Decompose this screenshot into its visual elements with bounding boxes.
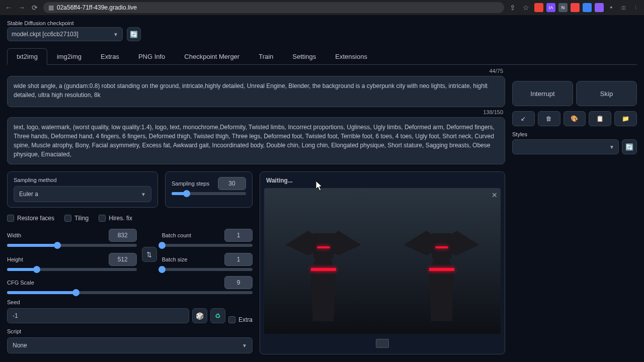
sampling-method-panel: Sampling method Euler a ▼: [7, 171, 158, 208]
sampling-method-label: Sampling method: [14, 177, 151, 183]
generated-image-robot: [278, 201, 369, 321]
neg-prompt-token-count: 138/150: [483, 109, 503, 115]
output-panel: Waiting... ✕: [260, 171, 505, 354]
thumbnail[interactable]: [376, 339, 389, 348]
seed-random-button[interactable]: 🎲: [192, 308, 207, 323]
extension-icons: IA N ✦ ◫ ⋮: [534, 3, 640, 12]
close-icon[interactable]: ✕: [492, 191, 498, 199]
panel-icon[interactable]: ◫: [619, 3, 628, 12]
width-label: Width: [7, 232, 21, 238]
prompt-token-count: 44/75: [489, 68, 503, 74]
trash-icon-button[interactable]: 🗑: [538, 111, 560, 126]
tab-extensions[interactable]: Extensions: [326, 48, 377, 64]
styles-select[interactable]: ▼: [512, 139, 619, 154]
ext-icon[interactable]: [571, 3, 580, 12]
url-bar[interactable]: ▦ 02a56ff4-71ff-439e.gradio.live: [43, 2, 504, 13]
reload-button[interactable]: ⟳: [30, 3, 39, 12]
sampling-steps-label: Sampling steps: [172, 180, 209, 187]
restore-faces-checkbox[interactable]: Restore faces: [7, 215, 54, 222]
batch-count-slider[interactable]: [162, 244, 253, 247]
tab-checkpoint-merger[interactable]: Checkpoint Merger: [175, 48, 249, 64]
tabs: txt2img img2img Extras PNG Info Checkpoi…: [7, 48, 637, 65]
height-slider[interactable]: [7, 268, 137, 271]
interrupt-button[interactable]: Interrupt: [512, 81, 573, 106]
width-slider[interactable]: [7, 244, 137, 247]
tab-extras[interactable]: Extras: [91, 48, 129, 64]
sampling-steps-input[interactable]: 30: [218, 177, 246, 190]
chevron-down-icon: ▼: [141, 192, 146, 197]
height-label: Height: [7, 256, 23, 262]
ext-icon[interactable]: N: [558, 3, 568, 12]
browser-chrome: ← → ⟳ ▦ 02a56ff4-71ff-439e.gradio.live ⇪…: [0, 0, 644, 15]
swap-dimensions-button[interactable]: ⇅: [142, 247, 157, 262]
menu-icon[interactable]: ⋮: [631, 3, 640, 12]
bookmark-icon[interactable]: ☆: [521, 3, 530, 12]
tiling-checkbox[interactable]: Tiling: [64, 215, 89, 222]
refresh-checkpoint-button[interactable]: 🔄: [127, 27, 141, 41]
batch-count-label: Batch count: [162, 232, 191, 238]
tab-train[interactable]: Train: [249, 48, 283, 64]
batch-size-label: Batch size: [162, 256, 188, 262]
back-button[interactable]: ←: [4, 3, 13, 12]
apply-style-button[interactable]: 🔄: [622, 139, 637, 154]
output-image[interactable]: ✕: [264, 188, 501, 334]
styles-label: Styles: [512, 131, 619, 137]
skip-button[interactable]: Skip: [576, 81, 637, 106]
ext-icon[interactable]: IA: [546, 3, 555, 12]
checkpoint-select[interactable]: model.ckpt [cc6cb27103] ▼: [7, 27, 123, 41]
folder-icon-button[interactable]: 📁: [614, 111, 637, 126]
ext-icon[interactable]: [583, 3, 592, 12]
generated-image-robot: [396, 201, 487, 321]
batch-size-input[interactable]: 1: [224, 253, 253, 266]
tab-img2img[interactable]: img2img: [47, 48, 91, 64]
seed-input[interactable]: -1: [7, 308, 189, 323]
batch-size-slider[interactable]: [162, 268, 253, 271]
chevron-down-icon: ▼: [242, 343, 247, 348]
forward-button[interactable]: →: [17, 3, 26, 12]
ext-icon[interactable]: [534, 3, 543, 12]
options-row: Restore faces Tiling Hires. fix: [7, 213, 253, 224]
hires-fix-checkbox[interactable]: Hires. fix: [99, 215, 132, 222]
cfg-label: CFG Scale: [7, 280, 34, 286]
output-status: Waiting...: [266, 177, 293, 184]
sampling-steps-slider[interactable]: [172, 192, 246, 195]
thumbnail-strip: [264, 334, 501, 350]
chevron-down-icon: ▼: [113, 32, 118, 37]
extensions-icon[interactable]: ✦: [607, 3, 616, 12]
ext-icon[interactable]: [595, 3, 604, 12]
script-label: Script: [7, 328, 253, 334]
negative-prompt-textarea[interactable]: text, logo, watermark, (worst quality, l…: [7, 117, 505, 164]
tab-txt2img[interactable]: txt2img: [7, 48, 47, 65]
chevron-down-icon: ▼: [609, 144, 614, 150]
palette-icon-button[interactable]: 🎨: [564, 111, 586, 126]
width-input[interactable]: 832: [109, 229, 137, 242]
clipboard-icon-button[interactable]: 📋: [589, 111, 611, 126]
seed-label: Seed: [7, 299, 253, 305]
share-icon[interactable]: ⇪: [508, 3, 517, 12]
cfg-slider[interactable]: [7, 291, 253, 294]
seed-extra-checkbox[interactable]: Extra: [228, 316, 253, 323]
sampling-method-select[interactable]: Euler a ▼: [14, 186, 151, 202]
arrow-icon-button[interactable]: ↙: [512, 111, 535, 126]
sampling-steps-panel: Sampling steps 30: [165, 171, 253, 208]
seed-reuse-button[interactable]: ♻: [210, 308, 225, 323]
tab-png-info[interactable]: PNG Info: [129, 48, 175, 64]
url-text: 02a56ff4-71ff-439e.gradio.live: [57, 4, 137, 11]
prompt-textarea[interactable]: wide shot angle, a (gundam:0.8) robot st…: [7, 76, 505, 107]
cfg-input[interactable]: 9: [224, 276, 253, 289]
tab-settings[interactable]: Settings: [283, 48, 326, 64]
height-input[interactable]: 512: [109, 253, 137, 266]
script-select[interactable]: None ▼: [7, 337, 253, 353]
batch-count-input[interactable]: 1: [224, 229, 253, 242]
checkpoint-label: Stable Diffusion checkpoint: [7, 20, 123, 26]
